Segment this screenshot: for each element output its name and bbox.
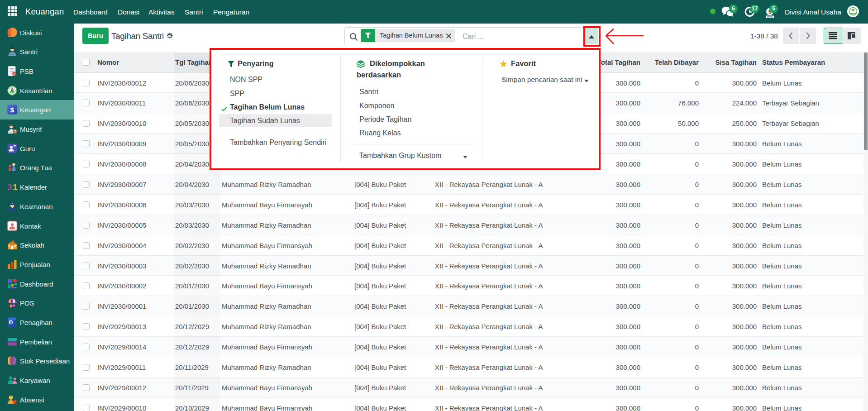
svg-text:$: $ (10, 106, 14, 114)
svg-text:$: $ (10, 320, 12, 325)
svg-text:3: 3 (7, 182, 12, 192)
svg-text:1: 1 (13, 182, 18, 192)
